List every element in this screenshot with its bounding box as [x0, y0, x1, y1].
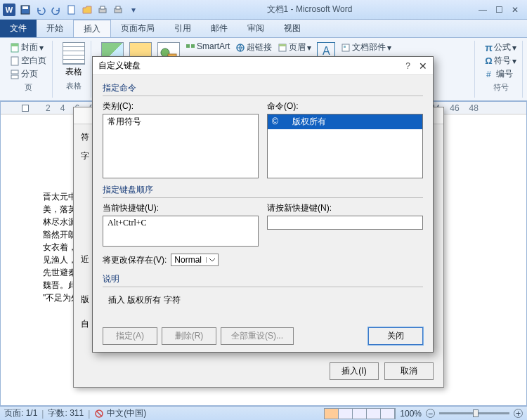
symbol-button[interactable]: Ω符号▾	[483, 54, 518, 67]
header-label: 页眉	[289, 41, 306, 53]
language-status[interactable]: 中文(中国)	[107, 407, 146, 419]
current-key-item[interactable]: Alt+Ctrl+C	[103, 216, 258, 230]
tab-file[interactable]: 文件	[0, 20, 37, 37]
new-shortcut-input[interactable]	[267, 216, 423, 230]
print-preview-icon[interactable]	[96, 3, 110, 17]
svg-rect-10	[11, 70, 18, 74]
tab-start[interactable]: 开始	[37, 20, 73, 37]
page-break-button[interactable]: 分页	[8, 67, 48, 81]
undo-icon[interactable]	[34, 3, 48, 17]
word-count[interactable]: 字数: 311	[48, 407, 84, 419]
smartart-label: SmartArt	[197, 41, 230, 51]
svg-text:#: #	[486, 70, 491, 79]
svg-rect-2	[68, 6, 74, 14]
hyperlink-button[interactable]: 超链接	[234, 41, 273, 54]
cover-label: 封面	[21, 41, 38, 53]
docparts-button[interactable]: 文档部件▾	[339, 41, 393, 54]
save-in-label: 将更改保存在(V):	[103, 254, 167, 266]
command-item-selected[interactable]: ©版权所有	[268, 114, 422, 129]
ribbon-group-tables: 表格 表格	[57, 41, 91, 98]
zoom-out-icon[interactable]: −	[426, 409, 435, 418]
zoom-percent[interactable]: 100%	[400, 409, 422, 419]
smartart-button[interactable]: SmartArt	[184, 41, 231, 52]
group-label-tables: 表格	[66, 81, 82, 91]
description-group: 说明 插入 版权所有 字符	[103, 273, 423, 309]
reset-all-button[interactable]: 全部重设(S)...	[221, 327, 294, 345]
outline-view-icon[interactable]	[367, 409, 381, 419]
fullscreen-view-icon[interactable]	[339, 409, 353, 419]
command-list-label: 命令(O):	[267, 100, 423, 112]
help-icon[interactable]: ?	[405, 61, 410, 71]
svg-rect-11	[11, 75, 18, 79]
print-layout-view-icon[interactable]	[325, 409, 339, 419]
qat-dropdown-icon[interactable]: ▾	[126, 3, 141, 17]
proofing-icon[interactable]	[94, 409, 104, 419]
save-in-row: 将更改保存在(V): Normal	[103, 254, 423, 266]
pi-icon: π	[485, 42, 493, 53]
delete-button[interactable]: 删除(R)	[162, 327, 216, 345]
tab-references[interactable]: 引用	[164, 20, 201, 37]
zoom-slider-thumb[interactable]	[473, 409, 479, 417]
dialog-titlebar[interactable]: 自定义键盘 ? ✕	[93, 57, 433, 75]
web-view-icon[interactable]	[353, 409, 367, 419]
zoom-controls: 100% − +	[324, 408, 523, 419]
group-title-description: 说明	[103, 273, 423, 287]
view-mode-buttons	[324, 408, 396, 419]
save-in-combo[interactable]: Normal	[171, 254, 219, 266]
maximize-icon[interactable]: ☐	[495, 5, 503, 15]
svg-rect-4	[100, 6, 105, 9]
page-status[interactable]: 页面: 1/1	[4, 407, 37, 419]
dialog-title: 自定义键盘	[98, 60, 405, 72]
tab-review[interactable]: 审阅	[238, 20, 274, 37]
insert-button[interactable]: 插入(I)	[330, 362, 379, 380]
ribbon-group-pages: 封面▾ 空白页 分页 页	[4, 41, 53, 98]
dialog-close-icon[interactable]: ✕	[419, 60, 427, 72]
category-item[interactable]: 常用符号	[103, 114, 258, 129]
svg-rect-8	[11, 44, 18, 46]
svg-rect-20	[344, 46, 346, 48]
close-icon[interactable]: ✕	[512, 5, 519, 15]
table-button[interactable]: 表格	[61, 41, 86, 79]
zoom-in-icon[interactable]: +	[514, 409, 523, 418]
group-label-pages: 页	[25, 82, 32, 93]
cover-page-button[interactable]: 封面▾	[8, 41, 48, 54]
formula-button[interactable]: π公式▾	[483, 41, 518, 54]
save-in-value: Normal	[174, 255, 202, 265]
number-button[interactable]: #编号	[483, 67, 518, 81]
close-button[interactable]: 关闭	[368, 327, 423, 345]
print-icon[interactable]	[111, 3, 125, 17]
new-key-label: 请按新快捷键(N):	[267, 202, 423, 214]
ruler-tab-indicator[interactable]	[22, 105, 29, 112]
current-keys-label: 当前快捷键(U):	[103, 202, 259, 214]
command-listbox[interactable]: ©版权所有	[267, 114, 423, 178]
dialog-body: 指定命令 类别(C): 常用符号 命令(O): ©版权所有 指定键盘顺序	[93, 75, 433, 322]
cancel-button[interactable]: 取消	[384, 362, 434, 380]
tab-insert[interactable]: 插入	[73, 20, 111, 37]
specify-command-group: 指定命令 类别(C): 常用符号 命令(O): ©版权所有	[103, 82, 423, 178]
omega-icon: Ω	[485, 55, 492, 66]
tab-view[interactable]: 视图	[274, 20, 311, 37]
redo-icon[interactable]	[49, 3, 63, 17]
svg-rect-18	[279, 44, 286, 46]
tab-mail[interactable]: 邮件	[201, 20, 238, 37]
new-icon[interactable]	[65, 3, 79, 17]
open-icon[interactable]	[80, 3, 94, 17]
header-button[interactable]: 页眉▾	[276, 41, 313, 54]
svg-rect-1	[22, 6, 28, 9]
tab-layout[interactable]: 页面布局	[111, 20, 164, 37]
symbol-label: 符号	[494, 55, 511, 67]
statusbar: 页面: 1/1 | 字数: 311 | 中文(中国) 100% − +	[0, 406, 527, 420]
zoom-slider[interactable]	[439, 412, 509, 414]
current-keys-listbox[interactable]: Alt+Ctrl+C	[103, 216, 259, 247]
keyboard-sequence-group: 指定键盘顺序 当前快捷键(U): Alt+Ctrl+C 请按新快捷键(N):	[103, 184, 423, 247]
draft-view-icon[interactable]	[381, 409, 395, 419]
minimize-icon[interactable]: —	[479, 5, 487, 15]
word-icon: W	[3, 4, 15, 16]
blank-page-button[interactable]: 空白页	[8, 54, 48, 67]
window-title: 文档1 - Microsoft Word	[141, 4, 479, 15]
assign-button[interactable]: 指定(A)	[103, 327, 157, 345]
pagebreak-label: 分页	[21, 68, 38, 80]
chevron-down-icon	[206, 257, 215, 263]
category-listbox[interactable]: 常用符号	[103, 114, 259, 178]
save-icon[interactable]	[18, 3, 32, 17]
